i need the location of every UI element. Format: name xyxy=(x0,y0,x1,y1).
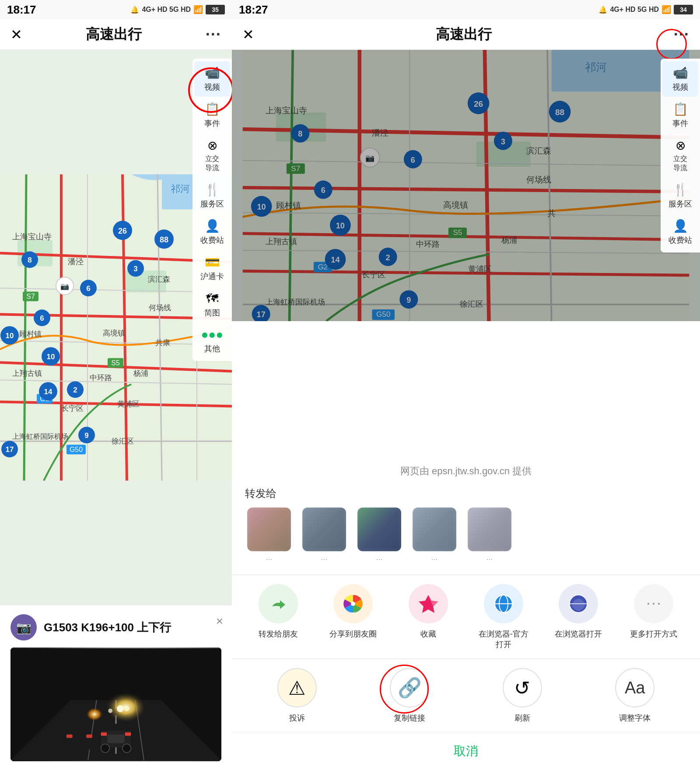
browser-icon xyxy=(559,584,598,623)
cancel-button[interactable]: 取消 xyxy=(232,732,700,770)
right-tool-service[interactable]: 🍴 服务区 xyxy=(662,178,698,214)
refresh-label: 刷新 xyxy=(514,713,530,723)
right-event-icon: 📋 xyxy=(673,102,688,116)
left-more-btn[interactable]: ⋯ xyxy=(205,25,221,44)
card-header: 📷 G1503 K196+100 上下行 × xyxy=(10,614,221,640)
svg-point-84 xyxy=(124,706,130,711)
tool-event[interactable]: 📋 事件 xyxy=(194,98,230,133)
svg-text:杨浦: 杨浦 xyxy=(133,369,148,378)
action-more-ways[interactable]: ⋯ 更多打开方式 xyxy=(627,584,680,650)
tool-interchange[interactable]: ⊗ 立交导流 xyxy=(194,134,230,177)
right-toll-icon: 👤 xyxy=(673,219,688,233)
left-signal-icon: 🔔 xyxy=(130,6,139,14)
contact-name-4: ··· xyxy=(431,555,438,564)
action-copy-link[interactable]: 🔗 复制链接 xyxy=(383,668,436,723)
video-tool-wrapper: 📹 视频 xyxy=(194,61,230,97)
action-collect[interactable]: 收藏 xyxy=(402,584,455,650)
right-tool-video[interactable]: 📹 视频 xyxy=(662,61,698,97)
right-tool-toll[interactable]: 👤 收费站 xyxy=(662,214,698,250)
copy-link-icon: 🔗 xyxy=(390,668,429,707)
svg-text:8: 8 xyxy=(28,256,32,264)
tool-more[interactable]: ●●● 其他 xyxy=(194,323,230,358)
collect-label-text: 收藏 xyxy=(420,629,436,639)
svg-text:2: 2 xyxy=(73,386,77,394)
interchange-label: 立交导流 xyxy=(205,154,219,173)
action-forward[interactable]: 转发给朋友 xyxy=(252,584,304,650)
svg-text:📷: 📷 xyxy=(60,282,69,290)
contact-item-4[interactable]: ··· xyxy=(410,508,458,564)
contact-item-2[interactable]: ··· xyxy=(300,508,348,564)
more-ways-label: 更多打开方式 xyxy=(630,629,677,639)
action-refresh[interactable]: ↺ 刷新 xyxy=(496,668,549,723)
toll-icon: 👤 xyxy=(205,219,220,233)
right-network-text: 4G+ HD 5G HD xyxy=(610,6,659,14)
interchange-icon: ⊗ xyxy=(207,138,217,153)
svg-text:S5: S5 xyxy=(111,359,120,367)
more-label: 其他 xyxy=(204,343,220,354)
right-status-icons: 🔔 4G+ HD 5G HD 📶 34 xyxy=(598,5,693,14)
contact-avatar-4 xyxy=(413,508,456,551)
collect-icon xyxy=(409,584,448,623)
contact-avatar-1 xyxy=(247,508,291,551)
right-video-icon: 📹 xyxy=(673,66,688,80)
right-interchange-icon: ⊗ xyxy=(676,138,686,153)
card-close-btn[interactable]: × xyxy=(216,614,223,628)
svg-rect-75 xyxy=(107,735,124,743)
contact-item-3[interactable]: ··· xyxy=(355,508,403,564)
moments-icon xyxy=(333,584,373,623)
right-tool-event[interactable]: 📋 事件 xyxy=(662,98,698,133)
right-map-container: 祁河 上海宝山寺 潘泾 滨汇森 何场线 顾村镇 高 xyxy=(232,50,700,321)
video-icon: 📹 xyxy=(205,66,220,80)
svg-point-76 xyxy=(101,744,110,752)
forward-label: 转发给 xyxy=(245,487,276,499)
svg-text:共康: 共康 xyxy=(155,339,170,347)
left-wifi-icon: 📶 xyxy=(193,5,203,14)
share-actions-row2: ⚠ 投诉 🔗 复制链接 ↺ 刷新 Aa 调整字 xyxy=(232,659,700,732)
etag-label: 沪通卡 xyxy=(200,271,224,282)
browser-label: 在浏览器打开 xyxy=(555,629,602,639)
svg-text:上海虹桥国际机场: 上海虹桥国际机场 xyxy=(12,433,68,440)
right-nav-bar: ✕ 高速出行 ⋯ xyxy=(232,19,700,50)
action-report[interactable]: ⚠ 投诉 xyxy=(271,668,323,723)
contact-avatar-5 xyxy=(468,508,511,551)
contact-item-5[interactable]: ··· xyxy=(466,508,514,564)
tool-service[interactable]: 🍴 服务区 xyxy=(194,178,230,214)
tool-toll[interactable]: 👤 收费站 xyxy=(194,214,230,250)
left-network-text: 4G+ HD 5G HD xyxy=(142,6,191,14)
tool-video[interactable]: 📹 视频 xyxy=(194,61,230,97)
right-more-wrapper: ⋯ xyxy=(673,25,690,44)
left-map-tools: 📹 视频 📋 事件 ⊗ 立交导流 🍴 服务区 👤 收费站 xyxy=(192,59,232,361)
right-panel: 18:27 🔔 4G+ HD 5G HD 📶 34 ✕ 高速出行 ⋯ 祁河 xyxy=(232,0,700,770)
video-label: 视频 xyxy=(204,82,220,92)
contact-name-3: ··· xyxy=(376,555,382,564)
cancel-label: 取消 xyxy=(454,744,478,758)
action-browser[interactable]: 在浏览器打开 xyxy=(552,584,605,650)
svg-rect-82 xyxy=(86,735,92,738)
left-battery: 35 xyxy=(206,5,225,14)
left-bottom-card: 📷 G1503 K196+100 上下行 × xyxy=(0,605,232,770)
action-font[interactable]: Aa 调整字体 xyxy=(609,668,661,723)
left-map-container[interactable]: 祁河 上海宝山寺 潘泾 xyxy=(0,50,232,605)
svg-text:S7: S7 xyxy=(26,293,35,300)
share-header: 网页由 epsn.jtw.sh.gov.cn 提供 xyxy=(232,465,700,478)
contact-name-5: ··· xyxy=(486,555,493,564)
left-close-btn[interactable]: ✕ xyxy=(10,26,22,43)
right-video-label: 视频 xyxy=(672,82,688,92)
right-more-btn[interactable]: ⋯ xyxy=(673,25,690,43)
share-header-text: 网页由 epsn.jtw.sh.gov.cn 提供 xyxy=(400,466,532,476)
action-moments[interactable]: 分享到朋友圈 xyxy=(327,584,379,650)
report-label: 投诉 xyxy=(289,713,305,723)
svg-text:6: 6 xyxy=(86,284,90,293)
share-contacts-label: 转发给 xyxy=(232,486,700,500)
right-close-btn[interactable]: ✕ xyxy=(242,26,254,43)
forward-label-text: 转发给朋友 xyxy=(259,629,298,639)
svg-text:滨汇森: 滨汇森 xyxy=(148,275,170,284)
svg-point-85 xyxy=(108,709,112,713)
tool-simplemap[interactable]: 🗺 简图 xyxy=(194,287,230,322)
action-browser-official[interactable]: 在浏览器-官方打开 xyxy=(477,584,530,650)
tool-etag[interactable]: 💳 沪通卡 xyxy=(194,251,230,286)
svg-text:何场线: 何场线 xyxy=(149,304,171,312)
contact-item-1[interactable]: ··· xyxy=(245,508,293,564)
right-tool-interchange[interactable]: ⊗ 立交导流 xyxy=(662,134,698,177)
contact-name-2: ··· xyxy=(321,555,327,564)
